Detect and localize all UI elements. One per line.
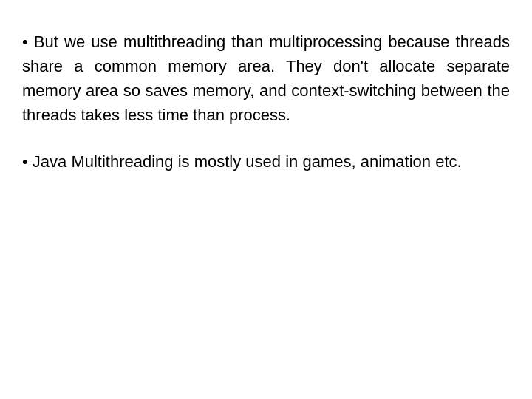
main-content: • But we use multithreading than multipr… <box>0 0 532 399</box>
paragraph-java-multithreading: • Java Multithreading is mostly used in … <box>22 149 510 174</box>
paragraph-multithreading: • But we use multithreading than multipr… <box>22 30 510 127</box>
